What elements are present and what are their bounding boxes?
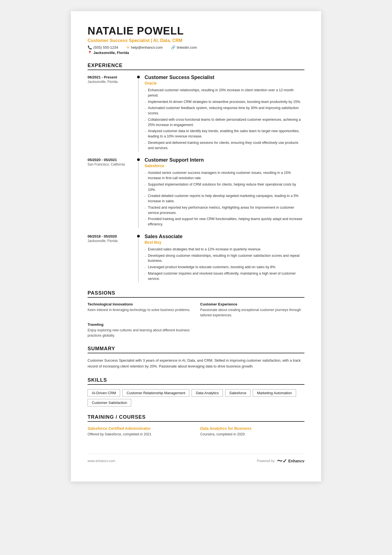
bullet-1-4: Collaborated with cross-functional teams… bbox=[145, 117, 304, 128]
skill-badge-1: AI-Driven CRM bbox=[88, 389, 120, 397]
exp-company-1: Oracle bbox=[145, 81, 304, 85]
linkedin-item: 🔗 linkedin.com bbox=[171, 45, 197, 50]
footer-url: www.enhancv.com bbox=[88, 459, 115, 463]
skills-section: SKILLS AI-Driven CRM Customer Relationsh… bbox=[88, 377, 304, 406]
exp-bullets-2: Assisted senior customer success manager… bbox=[145, 170, 304, 227]
bullet-3-2: Developed strong customer relationships,… bbox=[145, 253, 304, 264]
location-value: Jacksonville, Florida bbox=[93, 51, 129, 55]
email-item: ✉ help@enhancv.com bbox=[126, 45, 163, 50]
exp-dot-3 bbox=[137, 235, 140, 238]
bullet-2-4: Tracked and reported key performance met… bbox=[145, 205, 304, 216]
experience-item-3: 06/2018 - 05/2020 Jacksonville, Florida … bbox=[88, 234, 304, 283]
location-icon: 📍 bbox=[88, 51, 92, 55]
exp-line-2 bbox=[138, 162, 139, 228]
exp-line-1 bbox=[138, 79, 139, 152]
exp-jobtitle-1: Customer Success Specialist bbox=[145, 75, 304, 80]
bullet-1-6: Developed and delivered training session… bbox=[145, 140, 304, 151]
exp-line-3 bbox=[138, 238, 139, 283]
email-icon: ✉ bbox=[126, 45, 130, 50]
exp-jobtitle-2: Customer Support Intern bbox=[145, 157, 304, 163]
logo-icon: 〜✓ bbox=[277, 457, 287, 465]
resume-footer: www.enhancv.com Powered by 〜✓ Enhancv bbox=[88, 454, 304, 465]
bullet-3-3: Leveraged product knowledge to educate c… bbox=[145, 265, 304, 270]
exp-date-col-1: 06/2021 - Present Jacksonville, Florida bbox=[88, 75, 136, 152]
exp-date-col-3: 06/2018 - 05/2020 Jacksonville, Florida bbox=[88, 234, 136, 283]
bullet-3-1: Executed sales strategies that led to a … bbox=[145, 247, 304, 252]
exp-dot-2 bbox=[137, 158, 140, 161]
bullet-2-2: Supported implementation of CRM solution… bbox=[145, 182, 304, 193]
training-title-1: Salesforce Certified Administrator bbox=[88, 426, 192, 431]
skills-list: AI-Driven CRM Customer Relationship Mana… bbox=[88, 389, 304, 406]
passion-item-3: Traveling Enjoy exploring new cultures a… bbox=[88, 322, 192, 338]
passion-desc-1: Keen interest in leveraging technology t… bbox=[88, 307, 192, 313]
footer-powered-by: Powered by 〜✓ Enhancv bbox=[257, 457, 304, 465]
passion-title-2: Customer Experience bbox=[200, 302, 304, 306]
training-item-2: Data Analytics for Business Coursera, co… bbox=[200, 426, 304, 437]
exp-date-2: 05/2020 - 05/2021 bbox=[88, 158, 136, 162]
exp-date-3: 06/2018 - 05/2020 bbox=[88, 234, 136, 238]
exp-location-1: Jacksonville, Florida bbox=[88, 80, 136, 84]
exp-bullets-3: Executed sales strategies that led to a … bbox=[145, 247, 304, 282]
experience-item-2: 05/2020 - 05/2021 San Francisco, Califor… bbox=[88, 157, 304, 228]
candidate-name: NATALIE POWELL bbox=[88, 25, 304, 37]
skill-badge-5: Marketing Automation bbox=[253, 389, 296, 397]
passion-title-1: Technological Innovations bbox=[88, 302, 192, 306]
exp-date-1: 06/2021 - Present bbox=[88, 75, 136, 79]
training-title-2: Data Analytics for Business bbox=[200, 426, 304, 431]
phone-icon: 📞 bbox=[88, 45, 92, 50]
exp-content-1: Customer Success Specialist Oracle Enhan… bbox=[141, 75, 304, 152]
brand-name: Enhancv bbox=[288, 459, 304, 463]
exp-company-2: Salesforce bbox=[145, 164, 304, 168]
skills-section-title: SKILLS bbox=[88, 377, 304, 385]
bullet-2-1: Assisted senior customer success manager… bbox=[145, 170, 304, 181]
powered-by-text: Powered by bbox=[257, 459, 274, 463]
email-value: help@enhancv.com bbox=[131, 45, 163, 50]
training-section: TRAINING / COURSES Salesforce Certified … bbox=[88, 414, 304, 437]
resume-header: NATALIE POWELL Customer Success Speciali… bbox=[88, 25, 304, 55]
bullet-1-1: Enhanced customer relationships, resulti… bbox=[145, 88, 304, 98]
exp-dot-col-1 bbox=[136, 75, 141, 152]
training-desc-2: Coursera, completed in 2020 bbox=[200, 432, 304, 437]
resume-document: NATALIE POWELL Customer Success Speciali… bbox=[71, 11, 321, 482]
linkedin-value: linkedin.com bbox=[177, 45, 197, 50]
skill-badge-6: Customer Satisfaction bbox=[88, 399, 131, 406]
exp-dot-col-3 bbox=[136, 234, 141, 283]
passion-item-2: Customer Experience Passionate about cre… bbox=[200, 302, 304, 318]
exp-location-2: San Francisco, California bbox=[88, 162, 136, 166]
passions-section-title: PASSIONS bbox=[88, 290, 304, 298]
candidate-title: Customer Success Specialist | AI, Data, … bbox=[88, 38, 304, 43]
training-item-1: Salesforce Certified Administrator Offer… bbox=[88, 426, 192, 437]
skill-badge-4: Salesforce bbox=[225, 389, 250, 397]
passion-desc-3: Enjoy exploring new cultures and learnin… bbox=[88, 328, 192, 338]
bullet-1-2: Implemented AI-driven CRM strategies to … bbox=[145, 99, 304, 105]
exp-jobtitle-3: Sales Associate bbox=[145, 234, 304, 240]
exp-content-3: Sales Associate Best Buy Executed sales … bbox=[141, 234, 304, 283]
experience-list: 06/2021 - Present Jacksonville, Florida … bbox=[88, 75, 304, 282]
skill-badge-3: Data Analytics bbox=[192, 389, 223, 397]
experience-section-title: EXPERIENCE bbox=[88, 63, 304, 70]
passion-desc-2: Passionate about creating exceptional cu… bbox=[200, 307, 304, 318]
contact-row: 📞 (555) 555-1234 ✉ help@enhancv.com 🔗 li… bbox=[88, 45, 304, 50]
exp-location-3: Jacksonville, Florida bbox=[88, 239, 136, 243]
exp-dot-1 bbox=[137, 76, 140, 78]
phone-value: (555) 555-1234 bbox=[93, 45, 118, 50]
passion-item-1: Technological Innovations Keen interest … bbox=[88, 302, 192, 318]
experience-section: EXPERIENCE 06/2021 - Present Jacksonvill… bbox=[88, 63, 304, 282]
summary-section-title: SUMMARY bbox=[88, 346, 304, 353]
skill-badge-2: Customer Relationship Management bbox=[122, 389, 189, 397]
bullet-1-3: Automated customer feedback system, redu… bbox=[145, 105, 304, 116]
exp-content-2: Customer Support Intern Salesforce Assis… bbox=[141, 157, 304, 228]
passions-section: PASSIONS Technological Innovations Keen … bbox=[88, 290, 304, 338]
location-row: 📍 Jacksonville, Florida bbox=[88, 51, 304, 55]
exp-bullets-1: Enhanced customer relationships, resulti… bbox=[145, 88, 304, 151]
summary-section: SUMMARY Customer Success Specialist with… bbox=[88, 346, 304, 369]
link-icon: 🔗 bbox=[171, 45, 175, 50]
passion-title-3: Traveling bbox=[88, 322, 192, 327]
enhancv-logo: 〜✓ Enhancv bbox=[277, 457, 304, 465]
training-desc-1: Offered by Salesforce, completed in 2021 bbox=[88, 432, 192, 437]
passions-grid: Technological Innovations Keen interest … bbox=[88, 302, 304, 338]
experience-item-1: 06/2021 - Present Jacksonville, Florida … bbox=[88, 75, 304, 152]
phone-item: 📞 (555) 555-1234 bbox=[88, 45, 118, 50]
bullet-2-5: Provided training and support for new CR… bbox=[145, 216, 304, 227]
exp-date-col-2: 05/2020 - 05/2021 San Francisco, Califor… bbox=[88, 157, 136, 228]
